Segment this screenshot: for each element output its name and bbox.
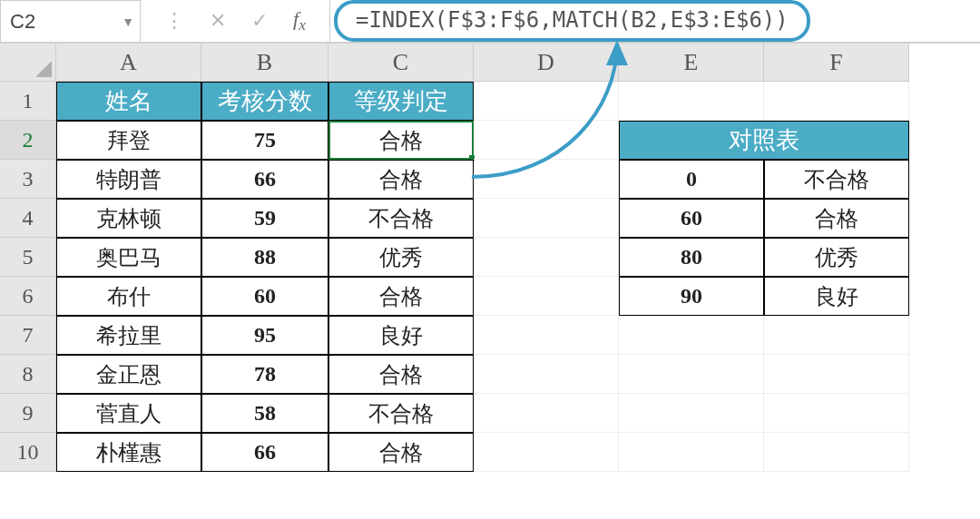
cell-B10[interactable]: 66 — [201, 433, 328, 472]
cell-F4[interactable]: 合格 — [764, 199, 909, 238]
cell-C8[interactable]: 合格 — [328, 355, 474, 394]
cell-B4[interactable]: 59 — [201, 199, 328, 238]
cell-F9[interactable] — [764, 394, 909, 433]
cell-B8[interactable]: 78 — [201, 355, 328, 394]
row-header-1[interactable]: 1 — [0, 82, 56, 121]
cell-B7[interactable]: 95 — [201, 316, 328, 355]
cell-E9[interactable] — [619, 394, 764, 433]
cell-E5[interactable]: 80 — [619, 238, 764, 277]
cell-E10[interactable] — [619, 433, 764, 472]
cell-C9[interactable]: 不合格 — [328, 394, 474, 433]
cell-D3[interactable] — [474, 160, 619, 199]
cancel-icon[interactable]: ✕ — [210, 9, 226, 33]
row-8: 8 金正恩 78 合格 — [0, 355, 980, 394]
column-headers-row: A B C D E F — [0, 44, 980, 82]
header-name[interactable]: 姓名 — [56, 82, 201, 121]
cell-C3[interactable]: 合格 — [328, 160, 474, 199]
cell-F7[interactable] — [764, 316, 909, 355]
cell-F6[interactable]: 良好 — [764, 277, 909, 316]
formula-text: =INDEX(F$3:F$6,MATCH(B2,E$3:E$6)) — [334, 0, 810, 42]
cell-A7[interactable]: 希拉里 — [56, 316, 201, 355]
cell-A2[interactable]: 拜登 — [56, 121, 201, 160]
col-header-C[interactable]: C — [328, 44, 474, 82]
cell-A6[interactable]: 布什 — [56, 277, 201, 316]
fx-icon[interactable]: f — [293, 7, 306, 34]
cell-D9[interactable] — [474, 394, 619, 433]
expand-icon: ⋮ — [164, 9, 184, 33]
cell-A9[interactable]: 菅直人 — [56, 394, 201, 433]
cell-E7[interactable] — [619, 316, 764, 355]
cell-F10[interactable] — [764, 433, 909, 472]
cell-A5[interactable]: 奥巴马 — [56, 238, 201, 277]
confirm-icon[interactable]: ✓ — [251, 9, 268, 33]
row-header-3[interactable]: 3 — [0, 160, 56, 199]
cell-E8[interactable] — [619, 355, 764, 394]
row-header-6[interactable]: 6 — [0, 277, 56, 316]
cell-B3[interactable]: 66 — [201, 160, 328, 199]
cell-B6[interactable]: 60 — [201, 277, 328, 316]
row-10: 10 朴槿惠 66 合格 — [0, 433, 980, 472]
cell-E4[interactable]: 60 — [619, 199, 764, 238]
cell-F1[interactable] — [764, 82, 909, 121]
row-header-5[interactable]: 5 — [0, 238, 56, 277]
row-7: 7 希拉里 95 良好 — [0, 316, 980, 355]
dropdown-icon[interactable]: ▼ — [122, 15, 134, 29]
col-header-D[interactable]: D — [474, 44, 619, 82]
row-header-10[interactable]: 10 — [0, 433, 56, 472]
name-box-value: C2 — [10, 10, 35, 34]
row-4: 4 克林顿 59 不合格 60 合格 — [0, 199, 980, 238]
cell-C4[interactable]: 不合格 — [328, 199, 474, 238]
cell-D5[interactable] — [474, 238, 619, 277]
row-header-2[interactable]: 2 — [0, 121, 56, 160]
row-1: 1 姓名 考核分数 等级判定 — [0, 82, 980, 121]
cell-E3[interactable]: 0 — [619, 160, 764, 199]
row-header-7[interactable]: 7 — [0, 316, 56, 355]
cell-E6[interactable]: 90 — [619, 277, 764, 316]
cell-C7[interactable]: 良好 — [328, 316, 474, 355]
cell-A8[interactable]: 金正恩 — [56, 355, 201, 394]
cell-D1[interactable] — [474, 82, 619, 121]
formula-bar: C2 ▼ ⋮ ✕ ✓ f =INDEX(F$3:F$6,MATCH(B2,E$3… — [0, 0, 980, 44]
row-3: 3 特朗普 66 合格 0 不合格 — [0, 160, 980, 199]
select-all-corner[interactable] — [0, 44, 56, 82]
col-header-F[interactable]: F — [764, 44, 909, 82]
row-header-8[interactable]: 8 — [0, 355, 56, 394]
cell-D8[interactable] — [474, 355, 619, 394]
row-6: 6 布什 60 合格 90 良好 — [0, 277, 980, 316]
cell-F5[interactable]: 优秀 — [764, 238, 909, 277]
cell-C10[interactable]: 合格 — [328, 433, 474, 472]
formula-bar-icons: ⋮ ✕ ✓ f — [141, 0, 330, 43]
cell-C6[interactable]: 合格 — [328, 277, 474, 316]
cell-C2[interactable]: 合格 — [328, 121, 474, 160]
cell-C5[interactable]: 优秀 — [328, 238, 474, 277]
cell-D10[interactable] — [474, 433, 619, 472]
row-header-4[interactable]: 4 — [0, 199, 56, 238]
name-box[interactable]: C2 ▼ — [0, 0, 141, 43]
col-header-A[interactable]: A — [56, 44, 201, 82]
cell-B9[interactable]: 58 — [201, 394, 328, 433]
cell-D7[interactable] — [474, 316, 619, 355]
cell-D2[interactable] — [474, 121, 619, 160]
formula-content[interactable]: =INDEX(F$3:F$6,MATCH(B2,E$3:E$6)) — [330, 0, 980, 43]
cell-A3[interactable]: 特朗普 — [56, 160, 201, 199]
cell-F3[interactable]: 不合格 — [764, 160, 909, 199]
lookup-title[interactable]: 对照表 — [619, 121, 909, 160]
cell-A10[interactable]: 朴槿惠 — [56, 433, 201, 472]
header-score[interactable]: 考核分数 — [201, 82, 328, 121]
row-5: 5 奥巴马 88 优秀 80 优秀 — [0, 238, 980, 277]
cell-D4[interactable] — [474, 199, 619, 238]
header-grade[interactable]: 等级判定 — [328, 82, 474, 121]
col-header-E[interactable]: E — [619, 44, 764, 82]
cell-F8[interactable] — [764, 355, 909, 394]
cell-B5[interactable]: 88 — [201, 238, 328, 277]
row-9: 9 菅直人 58 不合格 — [0, 394, 980, 433]
cell-E1[interactable] — [619, 82, 764, 121]
cell-D6[interactable] — [474, 277, 619, 316]
cell-B2[interactable]: 75 — [201, 121, 328, 160]
cell-A4[interactable]: 克林顿 — [56, 199, 201, 238]
row-header-9[interactable]: 9 — [0, 394, 56, 433]
row-2: 2 拜登 75 合格 对照表 — [0, 121, 980, 160]
col-header-B[interactable]: B — [201, 44, 328, 82]
